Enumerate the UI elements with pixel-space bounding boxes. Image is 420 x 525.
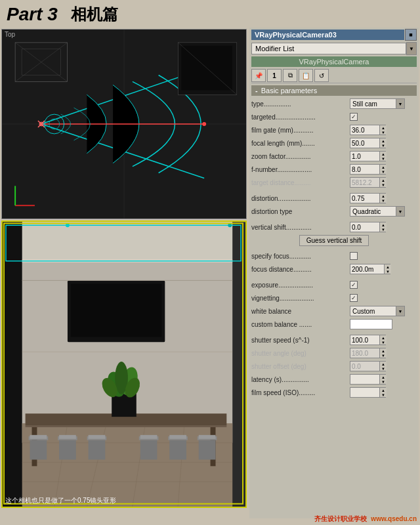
shutter-offset-spinner[interactable]: ▲ ▼: [350, 361, 386, 371]
focus-distance-input[interactable]: [350, 264, 384, 274]
film-speed-spindown[interactable]: ▼: [380, 392, 387, 397]
target-distance-input[interactable]: [350, 177, 379, 188]
film-gate-spindown[interactable]: ▼: [380, 130, 387, 135]
param-shutter-angle: shutter angle (deg) ▲ ▼: [251, 347, 417, 359]
latency-spinner[interactable]: ▲ ▼: [350, 374, 386, 385]
focal-length-spinner[interactable]: ▲ ▼: [350, 138, 386, 148]
param-vertical-shift: vertical shift.............. ▲ ▼: [251, 221, 417, 233]
attribution-right: 齐生设计职业学校 www.qsedu.cn: [314, 514, 417, 524]
film-gate-spinup[interactable]: ▲: [380, 125, 387, 130]
right-panel: VRayPhysicalCamera03 ■ Modifier List ▼ V…: [249, 28, 419, 518]
shutter-speed-input[interactable]: [350, 335, 379, 345]
target-distance-spinbtns: ▲ ▼: [379, 177, 386, 188]
film-gate-spinbtns: ▲ ▼: [379, 125, 386, 135]
distortion-type-arrow[interactable]: ▼: [396, 206, 405, 217]
shutter-offset-label: shutter offset (deg): [251, 363, 350, 370]
focal-length-spinup[interactable]: ▲: [380, 138, 387, 143]
film-gate-input[interactable]: [350, 125, 379, 135]
vertical-shift-spinner[interactable]: ▲ ▼: [350, 222, 386, 232]
white-balance-dropdown[interactable]: Custom ▼: [350, 306, 405, 316]
f-number-spinup[interactable]: ▲: [380, 165, 387, 169]
camera-name-bar: VRayPhysicalCamera03 ■: [251, 29, 417, 41]
type-dropdown-arrow[interactable]: ▼: [396, 98, 405, 109]
f-number-spindown[interactable]: ▼: [380, 169, 387, 174]
zoom-input[interactable]: [350, 151, 379, 161]
vignetting-label: vignetting...................: [251, 295, 350, 302]
param-film-speed: film speed (ISO)......... ▲ ▼: [251, 387, 417, 398]
focal-length-spindown[interactable]: ▼: [380, 143, 387, 148]
distortion-spindown[interactable]: ▼: [380, 198, 387, 203]
svg-rect-19: [3, 222, 245, 261]
guess-vertical-shift-button[interactable]: Guess vertical shift: [299, 235, 369, 246]
shutter-speed-spindown[interactable]: ▼: [380, 340, 387, 345]
focus-distance-spinup[interactable]: ▲: [385, 264, 391, 269]
zoom-spinner[interactable]: ▲ ▼: [350, 151, 386, 161]
vertical-shift-input[interactable]: [350, 222, 379, 232]
distortion-input[interactable]: [350, 193, 379, 203]
white-balance-value: Custom: [350, 306, 396, 316]
shutter-offset-spinbtns: ▲ ▼: [379, 361, 386, 371]
vray-cam-bar: VRayPhysicalCamera: [251, 56, 417, 67]
specify-focus-checkbox[interactable]: [350, 252, 358, 260]
shutter-angle-input[interactable]: [350, 348, 379, 358]
modifier-list-dropdown[interactable]: ▼: [406, 42, 417, 55]
tool-reset-btn[interactable]: ↺: [314, 69, 329, 82]
part-label: Part 3: [7, 4, 58, 25]
f-number-input[interactable]: [350, 164, 379, 175]
zoom-spindown[interactable]: ▼: [380, 156, 387, 161]
type-dropdown[interactable]: Still cam ▼: [350, 98, 405, 109]
focal-length-label: focal length (mm).......: [251, 140, 350, 147]
param-zoom: zoom factor.............. ▲ ▼: [251, 150, 417, 162]
tool-paste-btn[interactable]: 📋: [299, 69, 313, 82]
distortion-type-dropdown[interactable]: Quadratic ▼: [350, 206, 405, 217]
distortion-spinbtns: ▲ ▼: [379, 193, 386, 203]
vertical-shift-spindown[interactable]: ▼: [380, 227, 387, 232]
svg-rect-54: [169, 435, 186, 439]
viewport-bottom-render[interactable]: 这个相机也只是做了一个0.75镜头亚形: [1, 220, 247, 508]
film-speed-spinner[interactable]: ▲ ▼: [350, 387, 386, 398]
latency-spinup[interactable]: ▲: [380, 375, 387, 379]
focus-distance-spindown[interactable]: ▼: [385, 269, 391, 274]
vertical-shift-spinup[interactable]: ▲: [380, 222, 387, 227]
tool-1-btn[interactable]: 1: [267, 69, 282, 82]
distortion-spinup[interactable]: ▲: [380, 194, 387, 198]
left-panel: Top: [0, 28, 249, 518]
camera-icon-btn[interactable]: ■: [405, 29, 417, 41]
target-distance-spindown[interactable]: ▼: [380, 182, 387, 187]
latency-spindown[interactable]: ▼: [380, 379, 387, 384]
white-balance-arrow[interactable]: ▼: [396, 306, 405, 316]
targeted-label: targeted......................: [251, 114, 350, 121]
shutter-angle-spinup[interactable]: ▲: [380, 348, 387, 353]
param-specify-focus: specify focus............: [251, 250, 417, 262]
film-speed-input[interactable]: [350, 387, 379, 398]
shutter-offset-input[interactable]: [350, 361, 379, 371]
shutter-speed-spinup[interactable]: ▲: [380, 335, 387, 340]
vignetting-checkbox[interactable]: [350, 294, 358, 302]
shutter-offset-spindown[interactable]: ▼: [380, 366, 387, 371]
custom-balance-input[interactable]: [350, 319, 392, 329]
f-number-spinner[interactable]: ▲ ▼: [350, 164, 386, 175]
film-speed-spinup[interactable]: ▲: [380, 388, 387, 392]
latency-input[interactable]: [350, 374, 379, 385]
focus-distance-spinner[interactable]: ▲ ▼: [350, 264, 390, 274]
param-focal-length: focal length (mm)....... ▲ ▼: [251, 137, 417, 149]
exposure-checkbox[interactable]: [350, 281, 358, 289]
tool-copy-btn[interactable]: ⧉: [283, 69, 297, 82]
param-target-distance: target distance......... ▲ ▼: [251, 177, 417, 188]
shutter-angle-spindown[interactable]: ▼: [380, 353, 387, 358]
viewport-top-3d[interactable]: Top: [1, 29, 247, 219]
distortion-type-label: distortion type: [251, 208, 350, 215]
distortion-spinner[interactable]: ▲ ▼: [350, 193, 386, 203]
target-distance-spinup[interactable]: ▲: [380, 178, 387, 182]
shutter-offset-spinup[interactable]: ▲: [380, 362, 387, 366]
focal-length-input[interactable]: [350, 138, 379, 148]
shutter-angle-spinner[interactable]: ▲ ▼: [350, 348, 386, 358]
param-exposure: exposure...................: [251, 279, 417, 291]
svg-rect-50: [140, 440, 158, 460]
zoom-spinup[interactable]: ▲: [380, 152, 387, 156]
shutter-speed-spinner[interactable]: ▲ ▼: [350, 335, 386, 345]
tool-pin-btn[interactable]: 📌: [251, 69, 266, 82]
target-distance-spinner[interactable]: ▲ ▼: [350, 177, 386, 188]
film-gate-spinner[interactable]: ▲ ▼: [350, 125, 386, 135]
targeted-checkbox[interactable]: [350, 113, 358, 121]
